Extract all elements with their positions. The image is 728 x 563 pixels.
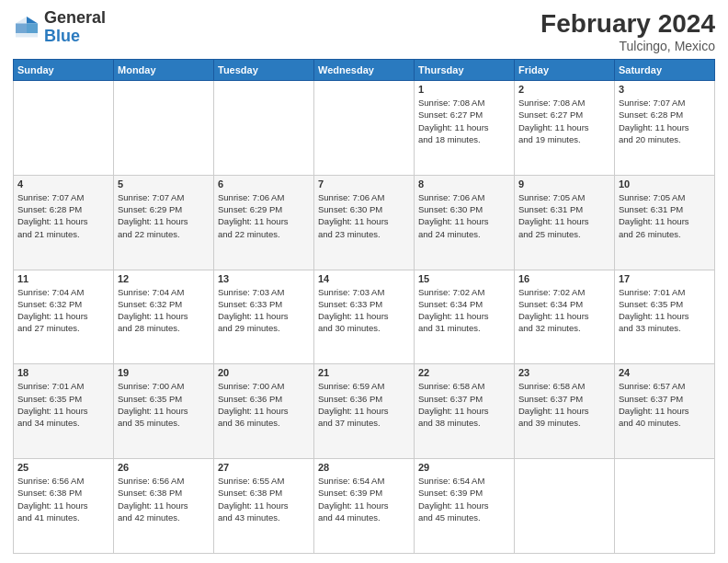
calendar-cell: 28Sunrise: 6:54 AM Sunset: 6:39 PM Dayli… [314,459,415,554]
calendar-cell: 16Sunrise: 7:02 AM Sunset: 6:34 PM Dayli… [515,270,615,364]
cell-info: Sunrise: 7:04 AM Sunset: 6:32 PM Dayligh… [17,286,109,335]
cell-info: Sunrise: 7:08 AM Sunset: 6:27 PM Dayligh… [518,97,610,145]
cell-date: 12 [118,273,210,284]
cell-date: 5 [118,178,210,190]
cell-date: 10 [619,178,711,190]
cell-date: 18 [17,367,109,378]
cell-date: 9 [518,178,610,190]
svg-marker-1 [27,17,38,24]
calendar-cell: 6Sunrise: 7:06 AM Sunset: 6:29 PM Daylig… [214,175,314,270]
calendar-cell: 15Sunrise: 7:02 AM Sunset: 6:34 PM Dayli… [415,270,515,364]
cell-date: 24 [619,367,711,378]
day-header-sunday: Sunday [14,60,114,81]
cell-date: 21 [318,367,410,378]
calendar-cell [14,81,114,176]
calendar-cell: 29Sunrise: 6:54 AM Sunset: 6:39 PM Dayli… [415,459,515,554]
calendar-row: 25Sunrise: 6:56 AM Sunset: 6:38 PM Dayli… [14,459,715,554]
calendar-cell: 25Sunrise: 6:56 AM Sunset: 6:38 PM Dayli… [14,459,114,554]
calendar-cell [515,459,615,554]
cell-info: Sunrise: 7:07 AM Sunset: 6:28 PM Dayligh… [619,97,711,145]
cell-info: Sunrise: 6:54 AM Sunset: 6:39 PM Dayligh… [318,475,410,523]
location: Tulcingo, Mexico [540,39,715,53]
cell-info: Sunrise: 6:54 AM Sunset: 6:39 PM Dayligh… [418,475,510,523]
title-block: February 2024 Tulcingo, Mexico [540,9,715,53]
cell-date: 8 [418,178,510,190]
cell-info: Sunrise: 6:58 AM Sunset: 6:37 PM Dayligh… [418,380,510,429]
cell-info: Sunrise: 7:00 AM Sunset: 6:36 PM Dayligh… [218,380,310,429]
cell-date: 13 [218,273,310,284]
cell-date: 22 [418,367,510,378]
calendar-cell: 21Sunrise: 6:59 AM Sunset: 6:36 PM Dayli… [314,364,415,459]
cell-info: Sunrise: 7:00 AM Sunset: 6:35 PM Dayligh… [118,380,210,429]
calendar-cell: 12Sunrise: 7:04 AM Sunset: 6:32 PM Dayli… [114,270,214,364]
cell-info: Sunrise: 7:04 AM Sunset: 6:32 PM Dayligh… [118,286,210,335]
day-header-friday: Friday [515,60,615,81]
day-header-thursday: Thursday [415,60,515,81]
calendar-cell [615,459,715,554]
cell-info: Sunrise: 7:08 AM Sunset: 6:27 PM Dayligh… [418,97,510,145]
cell-info: Sunrise: 7:06 AM Sunset: 6:29 PM Dayligh… [218,191,310,240]
calendar-cell [114,81,214,176]
calendar-cell: 20Sunrise: 7:00 AM Sunset: 6:36 PM Dayli… [214,364,314,459]
calendar-cell: 22Sunrise: 6:58 AM Sunset: 6:37 PM Dayli… [415,364,515,459]
day-header-saturday: Saturday [615,60,715,81]
month-year: February 2024 [540,9,715,39]
calendar-cell: 3Sunrise: 7:07 AM Sunset: 6:28 PM Daylig… [615,81,715,176]
cell-date: 15 [418,273,510,284]
calendar-cell: 7Sunrise: 7:06 AM Sunset: 6:30 PM Daylig… [314,175,415,270]
cell-date: 27 [218,462,310,473]
day-header-tuesday: Tuesday [214,60,314,81]
cell-date: 17 [619,273,711,284]
cell-info: Sunrise: 7:03 AM Sunset: 6:33 PM Dayligh… [218,286,310,335]
day-header-monday: Monday [114,60,214,81]
cell-info: Sunrise: 7:06 AM Sunset: 6:30 PM Dayligh… [318,191,410,240]
cell-date: 11 [17,273,109,284]
cell-info: Sunrise: 7:01 AM Sunset: 6:35 PM Dayligh… [619,286,711,335]
cell-date: 16 [518,273,610,284]
calendar-header: SundayMondayTuesdayWednesdayThursdayFrid… [14,60,715,81]
calendar-cell [314,81,415,176]
cell-date: 19 [118,367,210,378]
cell-info: Sunrise: 7:05 AM Sunset: 6:31 PM Dayligh… [619,191,711,240]
calendar: SundayMondayTuesdayWednesdayThursdayFrid… [13,59,715,554]
calendar-cell: 19Sunrise: 7:00 AM Sunset: 6:35 PM Dayli… [114,364,214,459]
cell-info: Sunrise: 6:56 AM Sunset: 6:38 PM Dayligh… [17,475,109,523]
cell-info: Sunrise: 7:05 AM Sunset: 6:31 PM Dayligh… [518,191,610,240]
calendar-cell: 17Sunrise: 7:01 AM Sunset: 6:35 PM Dayli… [615,270,715,364]
calendar-cell: 2Sunrise: 7:08 AM Sunset: 6:27 PM Daylig… [515,81,615,176]
cell-info: Sunrise: 7:02 AM Sunset: 6:34 PM Dayligh… [418,286,510,335]
cell-date: 1 [418,84,510,95]
logo: General Blue [13,9,106,46]
header: General Blue February 2024 Tulcingo, Mex… [13,9,715,53]
cell-date: 6 [218,178,310,190]
cell-info: Sunrise: 6:56 AM Sunset: 6:38 PM Dayligh… [118,475,210,523]
calendar-cell: 13Sunrise: 7:03 AM Sunset: 6:33 PM Dayli… [214,270,314,364]
calendar-cell: 11Sunrise: 7:04 AM Sunset: 6:32 PM Dayli… [14,270,114,364]
calendar-cell: 18Sunrise: 7:01 AM Sunset: 6:35 PM Dayli… [14,364,114,459]
calendar-cell: 26Sunrise: 6:56 AM Sunset: 6:38 PM Dayli… [114,459,214,554]
logo-icon [13,14,40,41]
cell-info: Sunrise: 7:01 AM Sunset: 6:35 PM Dayligh… [17,380,109,429]
calendar-row: 1Sunrise: 7:08 AM Sunset: 6:27 PM Daylig… [14,81,715,176]
cell-info: Sunrise: 6:59 AM Sunset: 6:36 PM Dayligh… [318,380,410,429]
page: General Blue February 2024 Tulcingo, Mex… [0,0,728,563]
calendar-cell: 24Sunrise: 6:57 AM Sunset: 6:37 PM Dayli… [615,364,715,459]
calendar-cell: 23Sunrise: 6:58 AM Sunset: 6:37 PM Dayli… [515,364,615,459]
cell-info: Sunrise: 7:07 AM Sunset: 6:28 PM Dayligh… [17,191,109,240]
cell-date: 26 [118,462,210,473]
calendar-row: 4Sunrise: 7:07 AM Sunset: 6:28 PM Daylig… [14,175,715,270]
svg-marker-2 [27,23,38,33]
calendar-cell: 5Sunrise: 7:07 AM Sunset: 6:29 PM Daylig… [114,175,214,270]
cell-info: Sunrise: 7:06 AM Sunset: 6:30 PM Dayligh… [418,191,510,240]
cell-date: 3 [619,84,711,95]
cell-info: Sunrise: 7:02 AM Sunset: 6:34 PM Dayligh… [518,286,610,335]
calendar-cell: 27Sunrise: 6:55 AM Sunset: 6:38 PM Dayli… [214,459,314,554]
svg-marker-3 [16,23,27,33]
cell-date: 23 [518,367,610,378]
cell-info: Sunrise: 7:07 AM Sunset: 6:29 PM Dayligh… [118,191,210,240]
calendar-cell: 14Sunrise: 7:03 AM Sunset: 6:33 PM Dayli… [314,270,415,364]
cell-info: Sunrise: 6:58 AM Sunset: 6:37 PM Dayligh… [518,380,610,429]
calendar-cell [214,81,314,176]
day-header-wednesday: Wednesday [314,60,415,81]
cell-info: Sunrise: 6:55 AM Sunset: 6:38 PM Dayligh… [218,475,310,523]
